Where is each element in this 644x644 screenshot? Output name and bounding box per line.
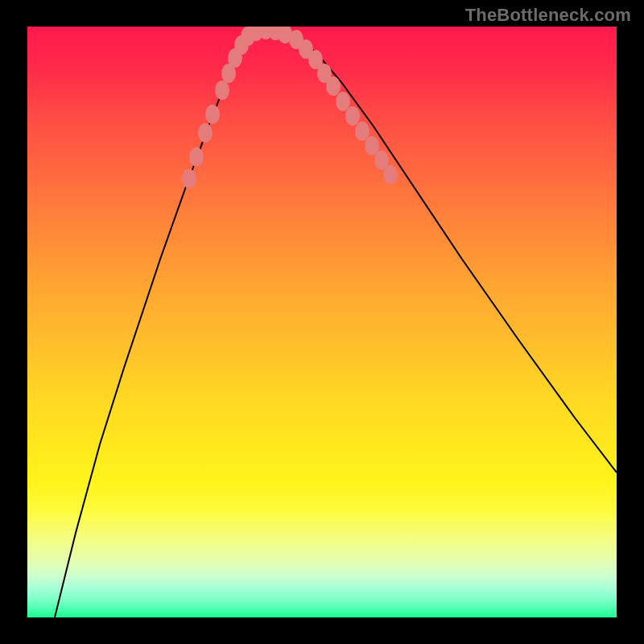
watermark-text: TheBottleneck.com	[465, 5, 631, 26]
chart-frame: TheBottleneck.com	[0, 0, 644, 644]
curve-dot	[198, 123, 213, 142]
plot-area	[27, 27, 617, 617]
curve-dot	[383, 165, 398, 184]
curve-dots	[182, 27, 398, 188]
curve-dot	[205, 105, 220, 124]
curve-dot	[326, 76, 341, 96]
curve-dot	[215, 80, 229, 100]
curve-dot	[355, 122, 369, 141]
curve-dot	[345, 106, 360, 126]
curve-dot	[365, 136, 379, 155]
bottleneck-curve	[55, 30, 617, 617]
chart-svg	[27, 27, 617, 617]
curve-dot	[189, 147, 204, 167]
curve-dot	[182, 169, 196, 188]
curve-dot	[336, 92, 350, 111]
